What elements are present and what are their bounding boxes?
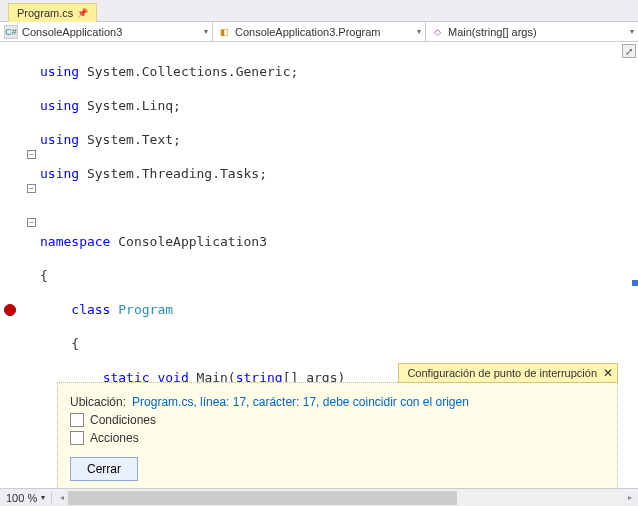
chevron-down-icon[interactable]: ▾ — [204, 27, 208, 36]
nav-method-label: Main(string[] args) — [448, 26, 537, 38]
method-icon: ◇ — [430, 25, 444, 39]
gutter[interactable]: − − − — [0, 42, 40, 486]
scroll-left-icon[interactable]: ◂ — [56, 493, 68, 502]
class-icon: ◧ — [217, 25, 231, 39]
popup-title-bar: Configuración de punto de interrupción ✕ — [398, 363, 618, 383]
actions-label: Acciones — [90, 431, 139, 445]
actions-row: Acciones — [70, 431, 605, 445]
location-link[interactable]: Program.cs, línea: 17, carácter: 17, deb… — [132, 395, 469, 409]
code-line: using System.Linq; — [40, 97, 638, 114]
code-line: using System.Collections.Generic; — [40, 63, 638, 80]
nav-class[interactable]: ◧ ConsoleApplication3.Program ▾ — [213, 22, 426, 41]
actions-checkbox[interactable] — [70, 431, 84, 445]
zoom-control[interactable]: 100 % ▾ — [0, 492, 52, 504]
nav-class-label: ConsoleApplication3.Program — [235, 26, 381, 38]
tab-bar: Program.cs 📌 — [0, 0, 638, 22]
breakpoint-settings-popup: Configuración de punto de interrupción ✕… — [57, 382, 618, 492]
code-line: { — [40, 335, 638, 352]
fold-toggle[interactable]: − — [27, 218, 36, 227]
chevron-down-icon[interactable]: ▾ — [630, 27, 634, 36]
conditions-row: Condiciones — [70, 413, 605, 427]
zoom-label: 100 % — [6, 492, 37, 504]
csharp-icon: C# — [4, 25, 18, 39]
popup-title: Configuración de punto de interrupción — [407, 367, 597, 379]
code-line: { — [40, 267, 638, 284]
nav-method[interactable]: ◇ Main(string[] args) ▾ — [426, 22, 638, 41]
close-icon[interactable]: ✕ — [603, 366, 613, 380]
code-line: class Program — [40, 301, 638, 318]
chevron-down-icon[interactable]: ▾ — [417, 27, 421, 36]
code-line: namespace ConsoleApplication3 — [40, 233, 638, 250]
scroll-track[interactable] — [68, 491, 624, 505]
status-bar: 100 % ▾ ◂ ▸ — [0, 488, 638, 506]
fold-toggle[interactable]: − — [27, 150, 36, 159]
tab-label: Program.cs — [17, 7, 73, 19]
location-row: Ubicación: Program.cs, línea: 17, caráct… — [70, 395, 605, 409]
change-marker — [632, 280, 638, 286]
scroll-thumb[interactable] — [68, 491, 457, 505]
editor[interactable]: − − − using System.Collections.Generic; … — [0, 42, 638, 486]
horizontal-scrollbar[interactable]: ◂ ▸ — [56, 491, 636, 505]
code-line: using System.Text; — [40, 131, 638, 148]
pin-icon[interactable]: 📌 — [77, 8, 88, 18]
conditions-checkbox[interactable] — [70, 413, 84, 427]
conditions-label: Condiciones — [90, 413, 156, 427]
nav-namespace-label: ConsoleApplication3 — [22, 26, 122, 38]
file-tab[interactable]: Program.cs 📌 — [8, 3, 97, 22]
location-label: Ubicación: — [70, 395, 126, 409]
code-line: using System.Threading.Tasks; — [40, 165, 638, 182]
breakpoint-dot[interactable] — [4, 304, 16, 316]
scroll-right-icon[interactable]: ▸ — [624, 493, 636, 502]
close-button[interactable]: Cerrar — [70, 457, 138, 481]
fold-toggle[interactable]: − — [27, 184, 36, 193]
nav-namespace[interactable]: C# ConsoleApplication3 ▾ — [0, 22, 213, 41]
nav-bar: C# ConsoleApplication3 ▾ ◧ ConsoleApplic… — [0, 22, 638, 42]
chevron-down-icon[interactable]: ▾ — [41, 493, 45, 502]
